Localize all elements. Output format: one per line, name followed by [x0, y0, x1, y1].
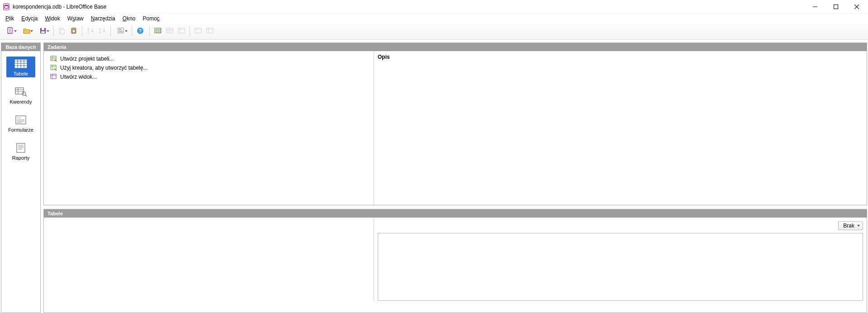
window-close-button[interactable]	[846, 0, 867, 14]
form-button[interactable]	[114, 25, 129, 36]
tasks-panel-header: Zadania	[44, 43, 867, 51]
sidebar-item-label: Tabele	[14, 71, 28, 76]
sidebar-item-queries[interactable]: Kwerendy	[6, 85, 35, 105]
menu-insert[interactable]: Wstaw	[64, 14, 87, 23]
preview-mode-select[interactable]: Brak	[838, 221, 863, 230]
sort-desc-button: ZA	[97, 25, 108, 36]
sidebar-item-reports[interactable]: Raporty	[6, 141, 35, 161]
task-create-table-wizard[interactable]: Użyj kreatora, aby utworzyć tabelę...	[49, 64, 368, 72]
svg-rect-2	[834, 5, 838, 9]
database-sidebar: Baza danych Tabele Kwerendy Formularze	[1, 43, 41, 313]
menu-view[interactable]: Widok	[41, 14, 63, 23]
svg-point-1	[5, 5, 8, 6]
svg-text:A: A	[87, 28, 90, 31]
menu-tools[interactable]: Narzędzia	[87, 14, 119, 23]
svg-rect-16	[118, 28, 123, 33]
svg-rect-8	[61, 29, 64, 34]
task-create-table-design[interactable]: Utwórz projekt tabeli...	[49, 55, 368, 63]
table-delete-button	[204, 25, 215, 36]
queries-icon	[14, 86, 28, 97]
toolbar-separator	[82, 26, 82, 36]
paste-button[interactable]	[68, 25, 79, 36]
sort-asc-button: AZ	[85, 25, 96, 36]
svg-rect-11	[72, 30, 75, 33]
reports-icon	[14, 142, 28, 153]
svg-rect-23	[166, 28, 173, 33]
table-design-icon	[50, 55, 57, 62]
tables-icon	[14, 58, 28, 69]
forms-icon	[14, 114, 28, 125]
task-label: Użyj kreatora, aby utworzyć tabelę...	[60, 65, 147, 71]
menu-window[interactable]: Okno	[119, 14, 139, 23]
table-wizard-icon	[50, 64, 57, 71]
sidebar-item-forms[interactable]: Formularze	[6, 113, 35, 133]
menu-file[interactable]: Plik	[2, 14, 18, 23]
base-app-icon	[3, 3, 10, 10]
svg-rect-6	[41, 31, 45, 33]
svg-rect-25	[195, 28, 201, 33]
svg-rect-26	[207, 28, 213, 33]
new-doc-button[interactable]	[3, 25, 18, 36]
svg-rect-19	[119, 32, 123, 32]
help-button[interactable]: ?	[135, 25, 146, 36]
svg-rect-31	[17, 117, 21, 119]
menu-bar: Plik Edycja Widok Wstaw Narzędzia Okno P…	[0, 14, 868, 24]
table-open-button	[176, 25, 187, 36]
svg-text:Z: Z	[99, 28, 101, 31]
task-create-view[interactable]: Utwórz widok...	[49, 73, 368, 81]
tasks-panel: Zadania Utwórz projekt tabeli... Użyj kr…	[43, 43, 867, 205]
tables-panel-header: Tabele	[44, 209, 867, 218]
task-label: Utwórz projekt tabeli...	[60, 56, 114, 62]
view-icon	[50, 73, 57, 81]
window-title: korespondencja.odb - LibreOffice Base	[13, 4, 106, 10]
svg-rect-10	[73, 28, 75, 29]
svg-rect-24	[178, 28, 185, 33]
svg-rect-18	[119, 31, 123, 31]
toolbar-separator	[132, 26, 132, 36]
menu-help[interactable]: Pomoc	[139, 14, 163, 23]
svg-text:Z: Z	[87, 31, 90, 34]
preview-box	[378, 233, 863, 301]
sidebar-item-label: Formularze	[8, 127, 33, 133]
tables-list-area[interactable]	[44, 218, 374, 301]
title-bar: korespondencja.odb - LibreOffice Base	[0, 0, 868, 14]
svg-rect-17	[119, 29, 121, 30]
copy-button	[57, 25, 67, 36]
save-button[interactable]	[35, 25, 51, 36]
toolbar: AZ ZA ?	[0, 24, 868, 40]
toolbar-separator	[190, 26, 190, 36]
preview-mode-label: Brak	[843, 223, 854, 229]
tables-preview-area: Brak	[374, 218, 867, 301]
svg-text:?: ?	[139, 28, 142, 33]
work-area: Baza danych Tabele Kwerendy Formularze	[0, 40, 868, 313]
sidebar-item-label: Kwerendy	[10, 99, 32, 104]
svg-rect-36	[51, 74, 56, 79]
svg-rect-5	[42, 28, 44, 30]
task-label: Utwórz widok...	[60, 74, 97, 80]
window-minimize-button[interactable]	[805, 0, 825, 14]
toolbar-separator	[149, 26, 150, 36]
svg-point-35	[54, 68, 55, 69]
sidebar-item-label: Raporty	[12, 155, 30, 161]
table-new-button[interactable]	[152, 25, 163, 36]
description-header: Opis	[378, 54, 390, 60]
table-edit-button	[193, 25, 204, 36]
table-wizard-button	[164, 25, 175, 36]
sidebar-header: Baza danych	[1, 43, 40, 51]
task-description-pane: Opis	[374, 51, 867, 205]
svg-text:A: A	[99, 31, 101, 34]
tables-panel: Tabele Brak	[43, 209, 867, 313]
tasks-list: Utwórz projekt tabeli... Użyj kreatora, …	[44, 51, 374, 205]
sidebar-item-tables[interactable]: Tabele	[6, 57, 35, 77]
toolbar-separator	[110, 26, 111, 36]
toolbar-separator	[53, 26, 54, 36]
window-maximize-button[interactable]	[825, 0, 846, 14]
open-button[interactable]	[19, 25, 34, 36]
menu-edit[interactable]: Edycja	[18, 14, 41, 23]
